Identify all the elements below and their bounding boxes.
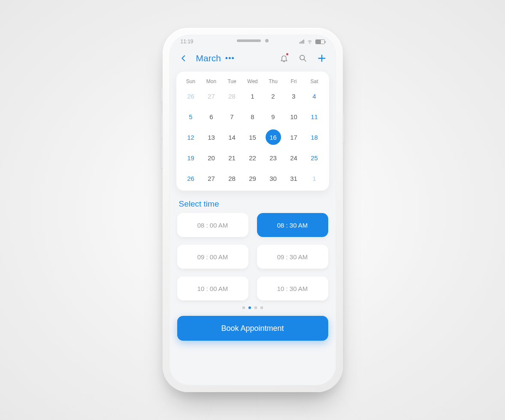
calendar-day[interactable]: 8 <box>242 108 263 125</box>
calendar-day[interactable]: 3 <box>284 88 304 104</box>
calendar-day[interactable]: 15 <box>242 129 263 145</box>
weekday-label: Sun <box>181 78 201 84</box>
notch <box>237 39 269 42</box>
calendar-day[interactable]: 20 <box>201 150 222 166</box>
calendar-day[interactable]: 22 <box>242 150 263 166</box>
notification-badge <box>286 53 289 56</box>
calendar-day[interactable]: 29 <box>242 170 263 186</box>
screen: 11:19 March ••• <box>169 35 336 385</box>
calendar-day[interactable]: 1 <box>242 88 263 104</box>
book-appointment-button[interactable]: Book Appointment <box>177 316 328 341</box>
calendar-day[interactable]: 10 <box>284 108 304 125</box>
calendar-day[interactable]: 27 <box>201 170 222 186</box>
side-button <box>161 114 163 138</box>
time-slot[interactable]: 08 : 30 AM <box>257 213 328 237</box>
more-menu-icon[interactable]: ••• <box>225 54 235 63</box>
weekday-label: Fri <box>284 78 304 84</box>
time-slot[interactable]: 10 : 00 AM <box>177 276 248 300</box>
status-time: 11:19 <box>181 39 194 45</box>
calendar-day[interactable]: 24 <box>284 150 304 166</box>
calendar-day[interactable]: 30 <box>263 170 284 186</box>
calendar-day[interactable]: 26 <box>181 170 201 186</box>
calendar-day[interactable]: 17 <box>284 129 304 145</box>
search-button[interactable] <box>296 52 309 65</box>
calendar-day[interactable]: 31 <box>284 170 304 186</box>
back-button[interactable] <box>177 52 190 65</box>
calendar-day[interactable]: 18 <box>304 129 325 145</box>
side-button <box>343 114 345 144</box>
camera-dot <box>265 39 269 42</box>
time-slot[interactable]: 10 : 30 AM <box>257 276 328 300</box>
status-bar: 11:19 <box>169 35 336 48</box>
pagination-dots <box>169 300 336 312</box>
weekday-header: SunMonTueWedThuFriSat <box>181 78 325 84</box>
calendar-day[interactable]: 26 <box>181 88 201 104</box>
calendar-day[interactable]: 12 <box>181 129 201 145</box>
calendar-day[interactable]: 13 <box>201 129 222 145</box>
calendar-card: SunMonTueWedThuFriSat 262728123456789101… <box>176 72 329 191</box>
calendar-day[interactable]: 11 <box>304 108 325 125</box>
calendar-day[interactable]: 9 <box>263 108 284 125</box>
weekday-label: Wed <box>242 78 263 84</box>
pager-dot[interactable] <box>248 306 251 309</box>
calendar-day[interactable]: 16 <box>263 129 284 145</box>
signal-icon <box>299 39 304 44</box>
pager-dot[interactable] <box>254 306 257 309</box>
calendar-day[interactable]: 28 <box>222 88 242 104</box>
select-time-label: Select time <box>169 191 336 213</box>
calendar-grid: 2627281234567891011121314151617181920212… <box>181 88 325 186</box>
calendar-day[interactable]: 1 <box>304 170 325 186</box>
side-button <box>161 88 163 102</box>
calendar-day[interactable]: 28 <box>222 170 242 186</box>
add-button[interactable] <box>315 52 328 65</box>
calendar-day[interactable]: 19 <box>181 150 201 166</box>
weekday-label: Sat <box>304 78 325 84</box>
weekday-label: Thu <box>263 78 284 84</box>
weekday-label: Tue <box>222 78 242 84</box>
svg-line-2 <box>304 60 306 62</box>
weekday-label: Mon <box>201 78 222 84</box>
speaker <box>237 39 261 42</box>
battery-icon <box>315 39 325 44</box>
pager-dot[interactable] <box>242 306 245 309</box>
wifi-icon <box>307 39 313 44</box>
calendar-day[interactable]: 2 <box>263 88 284 104</box>
calendar-day[interactable]: 27 <box>201 88 222 104</box>
notifications-button[interactable] <box>278 52 290 65</box>
calendar-day[interactable]: 6 <box>201 108 222 125</box>
svg-point-0 <box>309 43 310 44</box>
calendar-day[interactable]: 14 <box>222 129 242 145</box>
time-slot[interactable]: 08 : 00 AM <box>177 213 248 237</box>
calendar-day[interactable]: 7 <box>222 108 242 125</box>
calendar-day[interactable]: 5 <box>181 108 201 125</box>
time-slot[interactable]: 09 : 30 AM <box>257 245 328 269</box>
calendar-day[interactable]: 25 <box>304 150 325 166</box>
calendar-day[interactable]: 4 <box>304 88 325 104</box>
svg-point-1 <box>299 55 304 60</box>
phone-frame: 11:19 March ••• <box>163 28 343 392</box>
calendar-day[interactable]: 21 <box>222 150 242 166</box>
time-slot-grid: 08 : 00 AM08 : 30 AM09 : 00 AM09 : 30 AM… <box>169 213 336 300</box>
time-slot[interactable]: 09 : 00 AM <box>177 245 248 269</box>
calendar-day[interactable]: 23 <box>263 150 284 166</box>
status-icons <box>299 39 325 44</box>
side-button <box>161 144 163 168</box>
top-bar: March ••• <box>169 48 336 69</box>
month-title[interactable]: March <box>196 53 221 63</box>
pager-dot[interactable] <box>260 306 263 309</box>
